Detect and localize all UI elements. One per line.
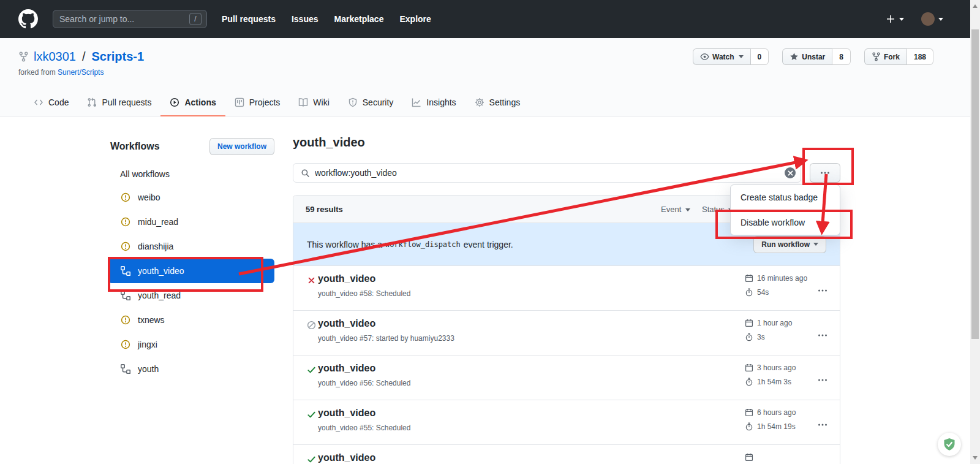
close-icon	[788, 170, 793, 176]
green-shield-check-icon	[943, 438, 956, 451]
run-description: youth_video #58: Scheduled	[318, 289, 410, 298]
run-time	[745, 453, 757, 462]
tab-wiki[interactable]: Wiki	[289, 89, 338, 116]
run-name-link[interactable]: youth_video	[318, 273, 375, 284]
browser-scrollbar	[970, 0, 980, 464]
check-success-icon	[307, 455, 316, 464]
chevron-down-icon	[685, 208, 690, 211]
run-name-link[interactable]: youth_video	[318, 452, 375, 463]
run-name-link[interactable]: youth_video	[318, 408, 375, 419]
workflow-item-label: txnews	[138, 315, 165, 325]
tab-label: Wiki	[313, 97, 329, 107]
nav-link-issues[interactable]: Issues	[292, 14, 318, 24]
nav-link-explore[interactable]: Explore	[399, 14, 431, 24]
repo-name-link[interactable]: Scripts-1	[92, 50, 145, 64]
star-count[interactable]: 8	[832, 48, 851, 65]
fork-icon	[872, 52, 881, 61]
adguard-extension-badge[interactable]	[938, 433, 961, 456]
workflow-item-label: youth_read	[138, 291, 181, 300]
workflow-item-youth-read[interactable]: youth_read	[108, 283, 274, 308]
gear-icon	[475, 97, 484, 107]
runs-search-input[interactable]	[315, 168, 785, 178]
repo-social-buttons: Watch 0 Unstar 8 Fork 188	[693, 48, 933, 65]
workflow-options-menu: Create status badge Disable workflow	[730, 184, 840, 235]
event-filter-dropdown[interactable]: Event	[661, 205, 690, 214]
tab-label: Security	[363, 97, 394, 107]
watch-button[interactable]: Watch	[693, 48, 751, 65]
watch-count[interactable]: 0	[751, 48, 769, 65]
plus-icon[interactable]	[886, 14, 895, 24]
workflow-item-midu-read[interactable]: midu_read	[108, 210, 274, 234]
book-icon	[298, 97, 308, 107]
workflow-item-youth-video[interactable]: youth_video	[108, 259, 274, 283]
kebab-icon	[818, 289, 827, 292]
workflow-item-label: weibo	[138, 192, 160, 202]
run-duration: 54s	[745, 288, 769, 297]
kebab-icon	[818, 379, 827, 381]
workflow-list: weibo midu_read dianshijia youth_video y…	[108, 185, 274, 381]
fork-button[interactable]: Fork	[864, 48, 907, 65]
repo-tabs: Code Pull requests Actions Projects Wiki…	[24, 89, 529, 116]
workflow-item-jingxi[interactable]: jingxi	[108, 332, 274, 357]
clear-search-button[interactable]	[785, 167, 796, 178]
new-workflow-button[interactable]: New workflow	[209, 138, 274, 155]
run-options-kebab-button[interactable]	[815, 416, 830, 430]
run-name-link[interactable]: youth_video	[318, 363, 375, 374]
workflow-item-label: midu_read	[138, 217, 178, 227]
runs-search-box[interactable]	[293, 163, 801, 183]
tab-insights[interactable]: Insights	[402, 89, 465, 116]
menu-item-create-status-badge[interactable]: Create status badge	[731, 185, 840, 210]
forked-from-note: forked from Sunert/Scripts	[18, 68, 104, 77]
tab-security[interactable]: Security	[339, 89, 403, 116]
workflow-item-label: youth	[138, 364, 159, 374]
nav-link-pull-requests[interactable]: Pull requests	[222, 14, 276, 24]
kebab-icon	[818, 424, 827, 426]
warning-icon	[121, 315, 130, 325]
event-filter-label: Event	[661, 205, 681, 214]
tab-projects[interactable]: Projects	[225, 89, 290, 116]
github-logo-icon[interactable]	[18, 9, 38, 29]
run-options-kebab-button[interactable]	[815, 371, 830, 386]
avatar-menu-caret-icon[interactable]	[938, 18, 943, 21]
scrollbar-thumb[interactable]	[971, 29, 979, 339]
run-row: youth_video youth_video #55: Scheduled 6…	[293, 400, 840, 444]
fork-count[interactable]: 188	[907, 48, 933, 65]
calendar-icon	[745, 319, 753, 327]
unstar-label: Unstar	[802, 53, 825, 61]
scrollbar-up-arrow[interactable]	[973, 4, 978, 8]
workflow-item-txnews[interactable]: txnews	[108, 308, 274, 332]
tab-settings[interactable]: Settings	[466, 89, 530, 116]
sidebar-header: Workflows New workflow	[108, 137, 274, 156]
plus-menu-caret-icon[interactable]	[899, 18, 904, 21]
workflow-options-kebab-button[interactable]	[810, 163, 840, 183]
workflow-item-weibo[interactable]: weibo	[108, 185, 274, 210]
workflow-item-label: dianshijia	[138, 242, 173, 251]
repo-title: lxk0301 / Scripts-1	[18, 50, 144, 64]
run-options-kebab-button[interactable]	[815, 282, 830, 296]
run-options-kebab-button[interactable]	[815, 327, 830, 341]
shield-icon	[348, 97, 358, 107]
calendar-icon	[745, 453, 753, 462]
run-name-link[interactable]: youth_video	[318, 318, 375, 329]
status-filter-dropdown[interactable]: Status	[702, 205, 733, 214]
menu-item-disable-workflow[interactable]: Disable workflow	[731, 210, 840, 235]
workflow-item-youth[interactable]: youth	[108, 357, 274, 381]
run-workflow-button[interactable]: Run workflow	[753, 236, 826, 253]
avatar[interactable]	[921, 12, 935, 26]
global-search[interactable]: /	[53, 10, 207, 28]
tab-code[interactable]: Code	[24, 89, 78, 116]
unstar-button[interactable]: Unstar	[782, 48, 832, 65]
global-search-input[interactable]	[59, 14, 189, 24]
tab-pull-requests[interactable]: Pull requests	[78, 89, 160, 116]
warning-icon	[121, 217, 130, 227]
tab-actions[interactable]: Actions	[160, 89, 225, 116]
tab-label: Actions	[184, 97, 216, 107]
all-workflows-link[interactable]: All workflows	[120, 169, 274, 179]
repo-owner-link[interactable]: lxk0301	[34, 50, 76, 64]
nav-link-marketplace[interactable]: Marketplace	[334, 14, 384, 24]
stopwatch-icon	[745, 288, 753, 297]
run-time: 1 hour ago	[745, 319, 792, 327]
fork-source-link[interactable]: Sunert/Scripts	[58, 68, 104, 77]
scrollbar-down-arrow[interactable]	[973, 456, 978, 460]
workflow-item-dianshijia[interactable]: dianshijia	[108, 234, 274, 259]
